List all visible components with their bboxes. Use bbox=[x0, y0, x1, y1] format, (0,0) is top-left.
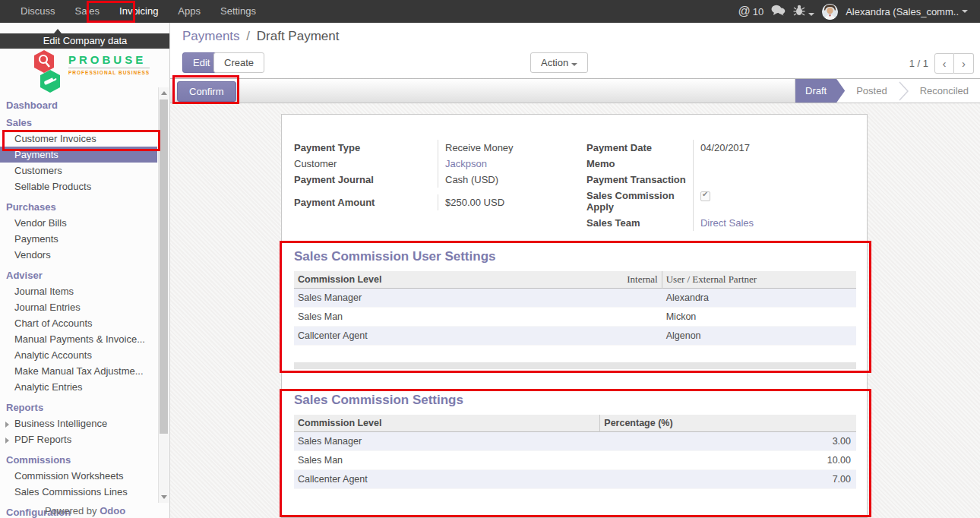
nav-item-apps[interactable]: Apps bbox=[168, 0, 210, 23]
payment-transaction-field: Payment Transaction bbox=[586, 172, 855, 188]
table-header: Commission Level Internal User / Externa… bbox=[294, 271, 856, 289]
payment-transaction-value bbox=[693, 172, 855, 188]
sidebar-item-journal-items[interactable]: Journal Items bbox=[0, 283, 157, 299]
sidebar-item-chart-of-accounts[interactable]: Chart of Accounts bbox=[0, 315, 157, 331]
table-row[interactable]: Sales Manager Alexandra bbox=[294, 289, 856, 308]
create-button[interactable]: Create bbox=[213, 52, 264, 73]
logo-title: PROBUSE bbox=[68, 53, 150, 68]
sidebar-item-journal-entries[interactable]: Journal Entries bbox=[0, 299, 157, 315]
mentions-counter[interactable]: @ 10 bbox=[738, 5, 763, 18]
scrollbar-thumb[interactable] bbox=[160, 99, 168, 434]
status-step-reconciled[interactable]: Reconciled bbox=[909, 79, 980, 103]
payment-date-label: Payment Date bbox=[586, 140, 693, 156]
sales-team-field: Sales Team Direct Sales bbox=[586, 215, 855, 231]
sidebar-heading-dashboard[interactable]: Dashboard bbox=[0, 96, 157, 113]
sidebar-item-manual-payments-invoices[interactable]: Manual Payments & Invoice... bbox=[0, 331, 157, 347]
commission-settings-table: Commission Level Percentage (%) Sales Ma… bbox=[294, 415, 856, 489]
table-row[interactable]: Callcenter Agent 7.00 bbox=[294, 470, 856, 489]
user-menu-label: Alexandra (Sales_comm.. bbox=[846, 6, 959, 17]
nav-item-discuss[interactable]: Discuss bbox=[11, 0, 65, 23]
cell-level: Sales Man bbox=[294, 455, 600, 466]
sidebar-item-vendors[interactable]: Vendors bbox=[0, 247, 157, 263]
payment-type-field: Payment Type Receive Money bbox=[294, 140, 574, 156]
sidebar-item-customer-invoices[interactable]: Customer Invoices bbox=[0, 131, 157, 147]
sidebar-item-pdf-reports[interactable]: PDF Reports bbox=[0, 431, 157, 447]
table-row[interactable]: Callcenter Agent Algenon bbox=[294, 327, 856, 346]
nav-item-settings[interactable]: Settings bbox=[210, 0, 266, 23]
sidebar-heading-sales[interactable]: Sales bbox=[0, 113, 157, 131]
sidebar-item-sellable-products[interactable]: Sellable Products bbox=[0, 178, 157, 194]
company-logo: PROBUSE PROFESSIONAL BUSINESS bbox=[29, 49, 150, 96]
probuse-logo-icon bbox=[29, 49, 65, 96]
memo-value bbox=[693, 156, 855, 172]
table-header: Commission Level Percentage (%) bbox=[294, 415, 856, 432]
debug-bug-icon[interactable] bbox=[793, 5, 814, 18]
col-internal-prefix: Internal bbox=[627, 273, 657, 286]
col-user-external-partner: User / External Partner bbox=[662, 273, 856, 286]
payment-transaction-label: Payment Transaction bbox=[586, 172, 693, 188]
sales-team-value-link[interactable]: Direct Sales bbox=[693, 215, 855, 231]
commission-settings-title: Sales Commission Settings bbox=[294, 393, 855, 408]
sidebar-item-customers[interactable]: Customers bbox=[0, 163, 157, 178]
sidebar-heading-adviser[interactable]: Adviser bbox=[0, 266, 157, 283]
payment-journal-label: Payment Journal bbox=[294, 172, 438, 188]
sidebar-item-vendor-payments[interactable]: Payments bbox=[0, 231, 157, 247]
sidebar-item-payments[interactable]: Payments bbox=[0, 147, 157, 163]
cell-level: Callcenter Agent bbox=[294, 474, 600, 485]
confirm-button[interactable]: Confirm bbox=[177, 81, 236, 102]
user-menu[interactable]: Alexandra (Sales_comm.. bbox=[846, 6, 968, 17]
sidebar-item-manual-tax-adjustment[interactable]: Make Manual Tax Adjustme... bbox=[0, 363, 157, 379]
cell-level: Sales Man bbox=[294, 311, 662, 322]
payment-fields: Payment Type Receive Money Customer Jack… bbox=[294, 140, 855, 231]
cell-user: Mickon bbox=[662, 311, 856, 322]
previous-record-button[interactable]: ‹ bbox=[934, 53, 954, 74]
table-row[interactable]: Sales Man 10.00 bbox=[294, 451, 856, 470]
memo-label: Memo bbox=[586, 156, 693, 172]
sidebar-item-sales-commissions-lines[interactable]: Sales Commissions Lines bbox=[0, 484, 157, 500]
next-record-button[interactable]: › bbox=[954, 53, 974, 74]
odoo-brand-link[interactable]: Odoo bbox=[100, 505, 125, 516]
cell-level: Callcenter Agent bbox=[294, 330, 662, 341]
breadcrumb-payments-link[interactable]: Payments bbox=[182, 29, 240, 43]
chevron-down-icon bbox=[962, 10, 968, 13]
cell-user: Algenon bbox=[662, 330, 856, 341]
cell-level: Sales Manager bbox=[294, 436, 600, 447]
scroll-up-icon[interactable] bbox=[161, 91, 167, 95]
sidebar-item-business-intelligence[interactable]: Business Intelligence bbox=[0, 415, 157, 431]
sidebar-item-label: PDF Reports bbox=[14, 434, 71, 445]
sidebar-heading-purchases[interactable]: Purchases bbox=[0, 197, 157, 215]
commission-user-settings-table: Commission Level Internal User / Externa… bbox=[294, 271, 856, 346]
form-left-column: Payment Type Receive Money Customer Jack… bbox=[294, 140, 574, 231]
sidebar-scrollbar[interactable] bbox=[158, 87, 169, 503]
payment-date-value: 04/20/2017 bbox=[693, 140, 855, 156]
at-icon: @ bbox=[738, 5, 750, 18]
table-row[interactable]: Sales Manager 3.00 bbox=[294, 432, 856, 451]
record-pager: 1 / 1 ‹ › bbox=[909, 53, 974, 74]
sidebar-item-vendor-bills[interactable]: Vendor Bills bbox=[0, 215, 157, 231]
navbar-systray: @ 10 Alexandra (Sales_comm.. bbox=[738, 0, 980, 23]
sidebar-heading-reports[interactable]: Reports bbox=[0, 398, 157, 415]
payment-journal-field: Payment Journal Cash (USD) bbox=[294, 172, 574, 188]
sidebar-item-commission-worksheets[interactable]: Commission Worksheets bbox=[0, 468, 157, 484]
customer-value-link[interactable]: Jackpson bbox=[438, 156, 574, 172]
sidebar-heading-commissions[interactable]: Commissions bbox=[0, 450, 157, 468]
mention-count: 10 bbox=[753, 6, 763, 17]
payment-amount-value: $250.00 USD bbox=[438, 194, 574, 210]
action-dropdown-button[interactable]: Action bbox=[530, 52, 588, 73]
nav-item-invoicing[interactable]: Invoicing bbox=[109, 0, 168, 23]
messages-icon[interactable] bbox=[771, 5, 786, 18]
sales-commission-apply-value: ✔ bbox=[693, 188, 855, 215]
commission-user-settings-title: Sales Commission User Settings bbox=[294, 249, 855, 264]
nav-item-sales[interactable]: Sales bbox=[65, 0, 110, 23]
scroll-down-icon[interactable] bbox=[161, 495, 167, 499]
sidebar-item-analytic-entries[interactable]: Analytic Entries bbox=[0, 379, 157, 395]
user-avatar[interactable] bbox=[822, 4, 838, 20]
commission-settings-section: Sales Commission Settings Commission Lev… bbox=[294, 393, 855, 489]
breadcrumb: Payments / Draft Payment bbox=[182, 29, 339, 44]
status-step-draft[interactable]: Draft bbox=[795, 79, 845, 103]
payment-type-value: Receive Money bbox=[438, 140, 574, 156]
expand-arrow-icon bbox=[5, 437, 9, 444]
table-row[interactable]: Sales Man Mickon bbox=[294, 308, 856, 327]
status-step-posted[interactable]: Posted bbox=[845, 79, 898, 103]
sidebar-item-analytic-accounts[interactable]: Analytic Accounts bbox=[0, 347, 157, 363]
